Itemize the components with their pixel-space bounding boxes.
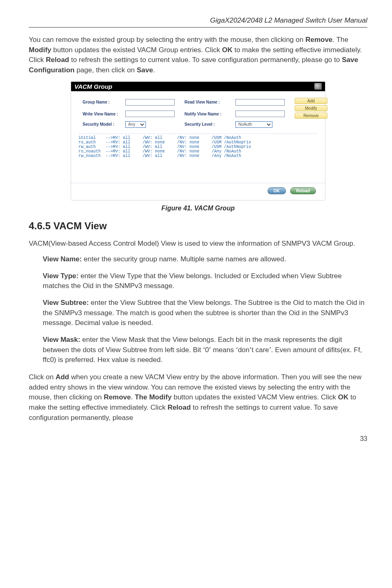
write-view-label: Write View Name : xyxy=(83,112,120,116)
ok-button[interactable]: OK xyxy=(267,187,286,194)
form-grid: Group Name : Read View Name : Add Modify… xyxy=(71,91,325,132)
reload-button[interactable]: Reload xyxy=(290,187,316,194)
bold: Add xyxy=(55,373,69,381)
page-number: 33 xyxy=(29,435,367,443)
page-header: GigaX2024/2048 L2 Managed Switch User Ma… xyxy=(29,16,367,28)
bold: Save xyxy=(137,66,153,74)
bold: Remove xyxy=(104,393,131,401)
def-view-type: View Type: enter the View Type that the … xyxy=(43,271,367,291)
def-text: enter the View Mask that the View belong… xyxy=(43,336,362,364)
bold: Reload xyxy=(168,404,191,411)
section-heading: 4.6.5 VACM View xyxy=(29,220,367,232)
def-text: enter the View Type that the View belong… xyxy=(43,272,342,290)
remove-button[interactable]: Remove xyxy=(295,113,327,119)
security-model-select[interactable]: Any xyxy=(125,121,146,128)
read-view-input[interactable] xyxy=(235,99,285,106)
text: Click on xyxy=(29,373,55,381)
group-name-label: Group Name : xyxy=(83,100,120,104)
text: to refresh the settings to current value… xyxy=(69,56,342,64)
def-label: View Name: xyxy=(43,255,82,263)
write-view-input[interactable] xyxy=(125,111,175,117)
def-label: View Mask: xyxy=(43,336,80,344)
security-level-label: Security Level : xyxy=(184,122,230,127)
def-text: enter the View Subtree that the View bel… xyxy=(43,299,364,327)
read-view-label: Read View Name : xyxy=(184,100,230,104)
intro-paragraph: You can remove the existed group by sele… xyxy=(29,35,367,76)
def-view-subtree: View Subtree: enter the View Subtree tha… xyxy=(43,298,367,328)
header-title: GigaX2024/2048 L2 Managed Switch User Ma… xyxy=(210,16,367,24)
text: button updates the existed VACM Group en… xyxy=(51,46,222,54)
bold: OK xyxy=(222,46,233,54)
bold: The Modify xyxy=(135,393,172,401)
def-label: View Type: xyxy=(43,272,78,280)
notify-view-label: Notify View Name : xyxy=(184,112,230,116)
security-level-select[interactable]: NoAuth xyxy=(235,121,272,128)
text: You can remove the existed group by sele… xyxy=(29,36,305,44)
group-name-input[interactable] xyxy=(125,99,175,106)
section-intro: VACM(View-based Access Control Model) Vi… xyxy=(29,239,367,249)
text: . xyxy=(131,393,135,401)
figure-vacm-group: VACM Group Group Name : Read View Name :… xyxy=(71,81,325,201)
def-view-name: View Name: enter the security group name… xyxy=(43,254,367,265)
bold: OK xyxy=(338,393,348,401)
panel-title-bar: VACM Group xyxy=(71,82,325,91)
text: . The xyxy=(332,36,348,44)
notify-view-input[interactable] xyxy=(235,111,285,117)
vacm-group-panel: VACM Group Group Name : Read View Name :… xyxy=(71,81,325,201)
text: . xyxy=(153,66,155,74)
bold: Reload xyxy=(46,56,69,64)
text: button updates the existed VACM View ent… xyxy=(172,393,338,401)
def-view-mask: View Mask: enter the View Mask that the … xyxy=(43,335,367,365)
footer-buttons: OK Reload xyxy=(71,183,325,200)
text: page, then click on xyxy=(74,66,136,74)
bold: Remove xyxy=(305,36,332,44)
bold: Modify xyxy=(29,46,51,54)
modify-button[interactable]: Modify xyxy=(295,105,327,111)
def-label: View Subtree: xyxy=(43,299,89,307)
figure-caption: Figure 41. VACM Group xyxy=(29,205,367,212)
security-model-label: Security Model : xyxy=(83,122,120,127)
gear-icon xyxy=(314,83,322,90)
panel-title: VACM Group xyxy=(74,83,112,90)
add-button[interactable]: Add xyxy=(295,98,327,104)
closing-paragraph: Click on Add when you create a new VACM … xyxy=(29,372,367,423)
entries-list[interactable]: initial -->RV: all /WV: all /NV: none /U… xyxy=(71,134,325,183)
def-text: enter the security group name. Multiple … xyxy=(82,255,286,263)
